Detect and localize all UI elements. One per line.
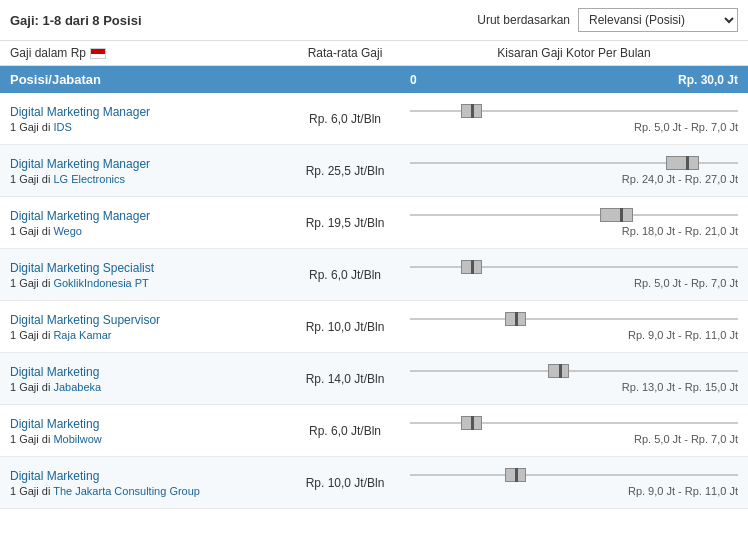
table-row: Digital Marketing1 Gaji di MobilwowRp. 6… (0, 405, 748, 457)
range-label: Rp. 18,0 Jt - Rp. 21,0 Jt (410, 225, 738, 237)
position-sub: 1 Gaji di Raja Kamar (10, 329, 280, 341)
position-header: Posisi/Jabatan (10, 72, 280, 87)
position-title[interactable]: Digital Marketing (10, 365, 280, 379)
avg-cell: Rp. 6,0 Jt/Bln (280, 268, 410, 282)
bar-container (410, 156, 738, 170)
bar-track (410, 475, 738, 476)
bar-median (515, 468, 518, 482)
bar-median (471, 260, 474, 274)
bar-median (559, 364, 562, 378)
table-row: Digital Marketing Manager1 Gaji di LG El… (0, 145, 748, 197)
avg-cell: Rp. 10,0 Jt/Bln (280, 320, 410, 334)
bar-median (515, 312, 518, 326)
position-sub: 1 Gaji di IDS (10, 121, 280, 133)
data-table: Digital Marketing Manager1 Gaji di IDSRp… (0, 93, 748, 509)
bar-track (410, 371, 738, 372)
chart-cell: Rp. 5,0 Jt - Rp. 7,0 Jt (410, 102, 738, 135)
bar-container (410, 208, 738, 222)
company-link[interactable]: Raja Kamar (53, 329, 111, 341)
company-link[interactable]: The Jakarta Consulting Group (53, 485, 200, 497)
position-cell: Digital Marketing1 Gaji di The Jakarta C… (10, 469, 280, 497)
sort-select[interactable]: Relevansi (Posisi)Gaji TertinggiGaji Ter… (578, 8, 738, 32)
position-title[interactable]: Digital Marketing Supervisor (10, 313, 280, 327)
position-sub: 1 Gaji di Wego (10, 225, 280, 237)
company-link[interactable]: LG Electronics (53, 173, 125, 185)
position-cell: Digital Marketing Manager1 Gaji di Wego (10, 209, 280, 237)
table-row: Digital Marketing1 Gaji di The Jakarta C… (0, 457, 748, 509)
company-link[interactable]: Mobilwow (53, 433, 101, 445)
flag-indonesia (90, 48, 106, 59)
avg-cell: Rp. 6,0 Jt/Bln (280, 112, 410, 126)
avg-cell: Rp. 14,0 Jt/Bln (280, 372, 410, 386)
table-row: Digital Marketing Supervisor1 Gaji di Ra… (0, 301, 748, 353)
salary-currency-label: Gaji dalam Rp (10, 46, 280, 60)
position-title[interactable]: Digital Marketing (10, 417, 280, 431)
position-sub: 1 Gaji di GoklikIndonesia PT (10, 277, 280, 289)
bar-track (410, 423, 738, 424)
sort-controls: Urut berdasarkan Relevansi (Posisi)Gaji … (477, 8, 738, 32)
position-cell: Digital Marketing1 Gaji di Mobilwow (10, 417, 280, 445)
column-subheaders: Gaji dalam Rp Rata-rata Gaji Kisaran Gaj… (0, 41, 748, 66)
bar-box (666, 156, 699, 170)
position-sub: 1 Gaji di LG Electronics (10, 173, 280, 185)
range-label: Rp. 9,0 Jt - Rp. 11,0 Jt (410, 329, 738, 341)
position-sub: 1 Gaji di Jababeka (10, 381, 280, 393)
table-row: Digital Marketing Specialist1 Gaji di Go… (0, 249, 748, 301)
chart-cell: Rp. 13,0 Jt - Rp. 15,0 Jt (410, 362, 738, 395)
top-bar: Gaji: 1-8 dari 8 Posisi Urut berdasarkan… (0, 0, 748, 41)
chart-cell: Rp. 9,0 Jt - Rp. 11,0 Jt (410, 466, 738, 499)
bar-container (410, 104, 738, 118)
range-label: Rp. 24,0 Jt - Rp. 27,0 Jt (410, 173, 738, 185)
position-title[interactable]: Digital Marketing (10, 469, 280, 483)
table-row: Digital Marketing1 Gaji di JababekaRp. 1… (0, 353, 748, 405)
range-label: Rp. 13,0 Jt - Rp. 15,0 Jt (410, 381, 738, 393)
bar-median (620, 208, 623, 222)
bar-container (410, 468, 738, 482)
position-sub: 1 Gaji di Mobilwow (10, 433, 280, 445)
range-label: Rp. 5,0 Jt - Rp. 7,0 Jt (410, 121, 738, 133)
position-sub: 1 Gaji di The Jakarta Consulting Group (10, 485, 280, 497)
avg-cell: Rp. 19,5 Jt/Bln (280, 216, 410, 230)
position-title[interactable]: Digital Marketing Specialist (10, 261, 280, 275)
bar-track (410, 111, 738, 112)
range-label-header: Kisaran Gaji Kotor Per Bulan (410, 46, 738, 60)
bar-container (410, 364, 738, 378)
position-cell: Digital Marketing Manager1 Gaji di IDS (10, 105, 280, 133)
position-cell: Digital Marketing Manager1 Gaji di LG El… (10, 157, 280, 185)
result-count: Gaji: 1-8 dari 8 Posisi (10, 13, 142, 28)
position-cell: Digital Marketing Specialist1 Gaji di Go… (10, 261, 280, 289)
position-title[interactable]: Digital Marketing Manager (10, 157, 280, 171)
range-label: Rp. 9,0 Jt - Rp. 11,0 Jt (410, 485, 738, 497)
position-title[interactable]: Digital Marketing Manager (10, 209, 280, 223)
table-header: Posisi/Jabatan 0 Rp. 30,0 Jt (0, 66, 748, 93)
company-link[interactable]: Wego (53, 225, 82, 237)
bar-box (600, 208, 633, 222)
range-header: 0 Rp. 30,0 Jt (410, 73, 738, 87)
sort-label: Urut berdasarkan (477, 13, 570, 27)
position-cell: Digital Marketing1 Gaji di Jababeka (10, 365, 280, 393)
avg-cell: Rp. 10,0 Jt/Bln (280, 476, 410, 490)
bar-container (410, 312, 738, 326)
bar-container (410, 416, 738, 430)
avg-salary-label: Rata-rata Gaji (280, 46, 410, 60)
chart-cell: Rp. 18,0 Jt - Rp. 21,0 Jt (410, 206, 738, 239)
table-row: Digital Marketing Manager1 Gaji di WegoR… (0, 197, 748, 249)
company-link[interactable]: Jababeka (53, 381, 101, 393)
bar-median (471, 416, 474, 430)
avg-cell: Rp. 25,5 Jt/Bln (280, 164, 410, 178)
bar-median (471, 104, 474, 118)
bar-median (686, 156, 689, 170)
chart-cell: Rp. 24,0 Jt - Rp. 27,0 Jt (410, 154, 738, 187)
chart-cell: Rp. 9,0 Jt - Rp. 11,0 Jt (410, 310, 738, 343)
position-cell: Digital Marketing Supervisor1 Gaji di Ra… (10, 313, 280, 341)
range-min-header: 0 (410, 73, 417, 87)
bar-container (410, 260, 738, 274)
table-row: Digital Marketing Manager1 Gaji di IDSRp… (0, 93, 748, 145)
chart-cell: Rp. 5,0 Jt - Rp. 7,0 Jt (410, 414, 738, 447)
bar-track (410, 319, 738, 320)
range-label: Rp. 5,0 Jt - Rp. 7,0 Jt (410, 277, 738, 289)
company-link[interactable]: IDS (53, 121, 71, 133)
range-label: Rp. 5,0 Jt - Rp. 7,0 Jt (410, 433, 738, 445)
position-title[interactable]: Digital Marketing Manager (10, 105, 280, 119)
company-link[interactable]: GoklikIndonesia PT (53, 277, 148, 289)
